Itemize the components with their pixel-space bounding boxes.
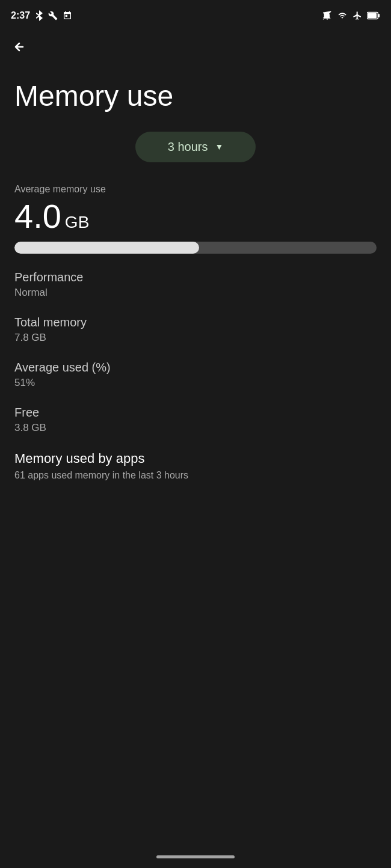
- wrench-icon: [48, 11, 58, 20]
- main-content: Memory use 3 hours ▼ Average memory use …: [0, 63, 391, 495]
- total-memory-value: 7.8 GB: [14, 332, 377, 344]
- memory-apps-subtitle: 61 apps used memory in the last 3 hours: [14, 470, 377, 481]
- wifi-icon: [337, 11, 348, 20]
- status-bar: 2:37: [0, 0, 391, 30]
- battery-icon: [367, 11, 380, 20]
- total-memory-group: Total memory 7.8 GB: [14, 316, 377, 344]
- chevron-down-icon: ▼: [215, 142, 223, 151]
- free-memory-group: Free 3.8 GB: [14, 406, 377, 434]
- memory-apps-section: Memory used by apps 61 apps used memory …: [14, 451, 377, 481]
- time-dropdown[interactable]: 3 hours ▼: [135, 132, 256, 162]
- airplane-icon: [353, 11, 362, 20]
- performance-label: Performance: [14, 270, 377, 284]
- memory-progress-fill: [14, 242, 199, 254]
- memory-number: 4.0: [14, 200, 61, 233]
- free-memory-value: 3.8 GB: [14, 422, 377, 434]
- memory-value-display: 4.0 GB: [14, 200, 377, 233]
- memory-apps-title: Memory used by apps: [14, 451, 377, 466]
- status-right: [322, 11, 380, 20]
- memory-progress-bar: [14, 242, 377, 254]
- average-used-label: Average used (%): [14, 361, 377, 374]
- mute-icon: [322, 11, 332, 20]
- time-selector-container: 3 hours ▼: [14, 132, 377, 162]
- home-indicator: [156, 855, 235, 858]
- status-left: 2:37: [11, 10, 72, 21]
- free-memory-label: Free: [14, 406, 377, 420]
- svg-rect-1: [368, 13, 377, 18]
- page-title: Memory use: [14, 81, 377, 112]
- svg-rect-2: [378, 14, 380, 17]
- average-used-group: Average used (%) 51%: [14, 361, 377, 389]
- average-used-value: 51%: [14, 377, 377, 389]
- memory-unit: GB: [65, 213, 89, 232]
- back-button[interactable]: [0, 30, 391, 63]
- performance-value: Normal: [14, 287, 377, 299]
- back-arrow-icon: [11, 40, 28, 54]
- bluetooth-icon: [35, 10, 43, 21]
- calendar-icon: [63, 11, 72, 20]
- performance-group: Performance Normal: [14, 270, 377, 299]
- status-time: 2:37: [11, 10, 30, 21]
- time-dropdown-value: 3 hours: [168, 140, 208, 154]
- total-memory-label: Total memory: [14, 316, 377, 329]
- average-memory-label: Average memory use: [14, 184, 377, 195]
